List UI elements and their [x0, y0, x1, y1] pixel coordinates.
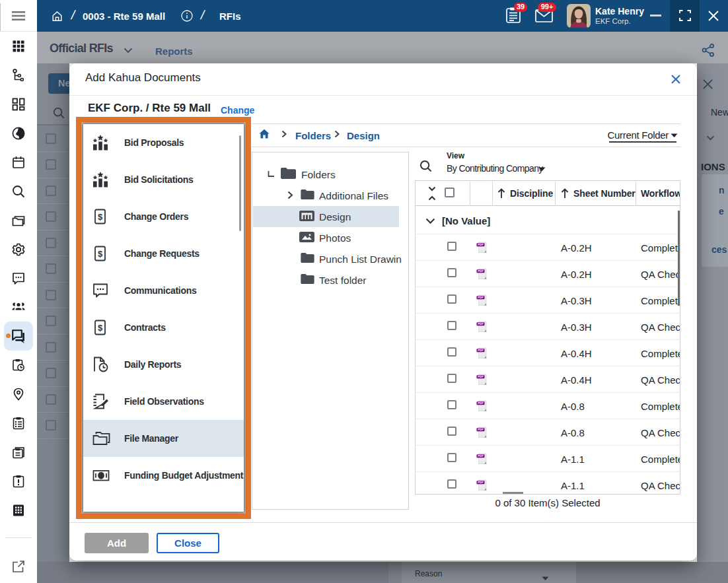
svg-text:PDF: PDF — [478, 401, 484, 405]
svg-text:PDF: PDF — [478, 454, 484, 458]
svg-text:PDF: PDF — [478, 481, 484, 484]
svg-text:$: $ — [98, 323, 103, 333]
svg-text:$: $ — [98, 249, 103, 259]
svg-text:$: $ — [98, 212, 103, 222]
svg-text:PDF: PDF — [478, 296, 484, 299]
svg-text:PDF: PDF — [478, 243, 484, 246]
svg-text:PDF: PDF — [478, 428, 484, 431]
svg-text:PDF: PDF — [478, 349, 484, 352]
svg-text:PDF: PDF — [478, 269, 484, 273]
svg-text:PDF: PDF — [478, 375, 484, 378]
svg-text:PDF: PDF — [478, 322, 484, 326]
